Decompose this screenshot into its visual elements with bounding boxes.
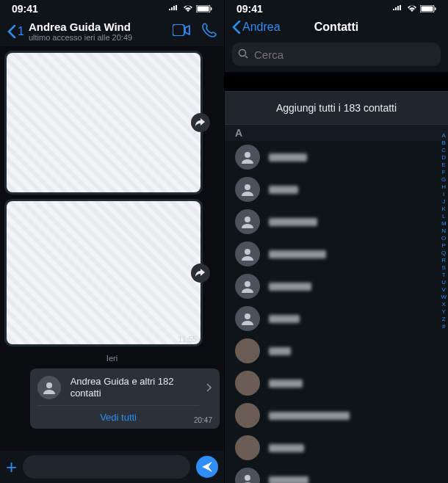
contact-row[interactable] <box>225 141 448 173</box>
contact-name <box>269 412 350 420</box>
chat-title: Andrea Guida Wind <box>29 21 173 33</box>
alphabet-index[interactable]: ABCDEFGHIJKLMNOPQRSTUVWXYZ# <box>441 132 447 330</box>
contacts-card-text: Andrea Guida e altri 182 contatti <box>71 376 197 399</box>
contact-name <box>269 186 298 194</box>
alpha-index-letter[interactable]: I <box>441 191 447 198</box>
alpha-index-letter[interactable]: M <box>441 220 447 228</box>
alpha-index-letter[interactable]: L <box>441 213 447 220</box>
alpha-index-letter[interactable]: Z <box>441 316 447 323</box>
alpha-index-letter[interactable]: B <box>441 139 447 147</box>
send-button[interactable] <box>196 456 218 478</box>
svg-rect-3 <box>173 24 184 36</box>
svg-rect-1 <box>198 7 209 12</box>
alpha-index-letter[interactable]: R <box>441 257 447 264</box>
image-attachment <box>7 53 200 192</box>
contact-name <box>269 380 303 388</box>
back-count: 1 <box>18 25 24 38</box>
forward-button[interactable] <box>191 113 210 132</box>
svg-rect-7 <box>435 7 436 10</box>
contact-avatar-photo <box>235 338 260 363</box>
svg-point-13 <box>245 281 250 287</box>
alpha-index-letter[interactable]: S <box>441 264 447 272</box>
image-message[interactable] <box>4 51 203 195</box>
contact-row[interactable] <box>225 399 448 432</box>
status-bar: 09:41 <box>0 0 224 16</box>
contact-row[interactable] <box>225 367 448 399</box>
alpha-index-letter[interactable]: P <box>441 242 447 250</box>
shared-contacts-card[interactable]: Andrea Guida e altri 182 contatti 20:47 … <box>30 368 220 429</box>
alpha-index-letter[interactable]: X <box>441 301 447 308</box>
alpha-index-letter[interactable]: # <box>441 323 447 330</box>
alpha-index-letter[interactable]: O <box>441 235 447 242</box>
contact-name <box>269 315 300 323</box>
contact-row[interactable] <box>225 238 448 270</box>
alpha-index-letter[interactable]: V <box>441 286 447 294</box>
contact-row[interactable] <box>225 432 448 464</box>
spacer-band <box>225 72 448 91</box>
contacts-avatar-stack-icon <box>37 376 61 399</box>
contacts-list <box>225 141 448 483</box>
alpha-index-letter[interactable]: C <box>441 147 447 154</box>
contact-avatar-placeholder-icon <box>235 145 260 170</box>
svg-point-14 <box>245 313 250 319</box>
voice-call-button[interactable] <box>202 23 217 40</box>
alpha-index-letter[interactable]: G <box>441 176 447 184</box>
alpha-index-letter[interactable]: Y <box>441 308 447 316</box>
search-wrap <box>225 38 448 72</box>
chat-body: 11:55 Ieri Andrea Guida e altri 182 cont… <box>0 46 224 451</box>
contact-name <box>269 250 326 258</box>
svg-point-11 <box>245 217 250 222</box>
contact-row[interactable] <box>225 206 448 238</box>
alpha-index-letter[interactable]: N <box>441 228 447 235</box>
video-call-button[interactable] <box>173 24 190 39</box>
chat-title-block[interactable]: Andrea Guida Wind ultimo accesso ieri al… <box>29 21 173 42</box>
contact-row[interactable] <box>225 464 448 483</box>
view-all-button[interactable]: Vedi tutti <box>37 405 199 426</box>
contact-avatar-photo <box>235 371 260 396</box>
alpha-index-letter[interactable]: Q <box>441 250 447 257</box>
status-icons <box>168 5 212 12</box>
section-header: A <box>225 125 448 141</box>
alpha-index-letter[interactable]: E <box>441 161 447 169</box>
image-message[interactable]: 11:55 <box>4 199 203 346</box>
alpha-index-letter[interactable]: T <box>441 272 447 279</box>
alpha-index-letter[interactable]: W <box>441 294 447 301</box>
contact-avatar-placeholder-icon <box>235 177 260 202</box>
contact-avatar-placeholder-icon <box>235 306 260 331</box>
contact-avatar-placeholder-icon <box>235 468 260 483</box>
status-time: 09:41 <box>12 3 38 15</box>
page-title: Contatti <box>225 21 448 34</box>
alpha-index-letter[interactable]: K <box>441 206 447 213</box>
alpha-index-letter[interactable]: U <box>441 279 447 286</box>
status-icons <box>392 5 436 12</box>
alpha-index-letter[interactable]: F <box>441 169 447 176</box>
chevron-right-icon <box>206 382 212 395</box>
contact-avatar-placeholder-icon <box>235 274 260 299</box>
add-all-contacts-button[interactable]: Aggiungi tutti i 183 contatti <box>225 91 448 125</box>
day-separator: Ieri <box>4 354 220 363</box>
svg-point-9 <box>245 152 250 158</box>
contact-row[interactable] <box>225 173 448 206</box>
message-input[interactable] <box>23 455 190 479</box>
alpha-index-letter[interactable]: H <box>441 184 447 191</box>
svg-point-4 <box>46 382 52 388</box>
chat-subtitle: ultimo accesso ieri alle 20:49 <box>29 33 173 42</box>
alpha-index-letter[interactable]: A <box>441 132 447 139</box>
forward-button[interactable] <box>191 264 210 283</box>
contact-name <box>269 283 311 291</box>
contact-name <box>269 347 291 355</box>
alpha-index-letter[interactable]: J <box>441 198 447 206</box>
contact-row[interactable] <box>225 335 448 367</box>
contact-row[interactable] <box>225 302 448 335</box>
contact-avatar-photo <box>235 403 260 428</box>
contact-avatar-placeholder-icon <box>235 242 260 266</box>
back-button[interactable]: 1 <box>7 25 24 38</box>
message-time: 11:55 <box>178 335 197 344</box>
image-attachment <box>7 201 200 344</box>
message-input-bar: + <box>0 451 224 483</box>
contact-name <box>269 218 317 226</box>
contact-row[interactable] <box>225 270 448 302</box>
search-input[interactable] <box>232 43 441 66</box>
attach-button[interactable]: + <box>6 457 17 476</box>
alpha-index-letter[interactable]: D <box>441 154 447 161</box>
